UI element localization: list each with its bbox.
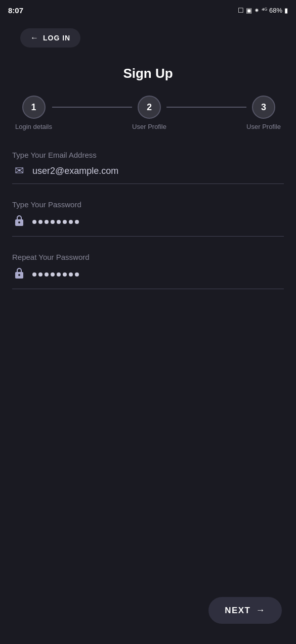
step-3-label: User Profile: [246, 123, 281, 130]
next-arrow-icon: →: [256, 605, 266, 616]
password-section: Type Your Password: [0, 200, 296, 237]
email-value[interactable]: user2@example.com: [32, 166, 284, 176]
step-2-label: User Profile: [132, 123, 166, 130]
status-time: 8:07: [8, 6, 23, 15]
signal-icon: ⁴ᴳ: [262, 7, 267, 14]
password-value[interactable]: [32, 220, 79, 224]
svg-point-1: [18, 221, 20, 223]
step-line-2: [166, 107, 246, 108]
back-to-login-button[interactable]: ← LOG IN: [20, 28, 80, 48]
back-arrow-icon: ←: [30, 33, 39, 42]
battery-icon: ▮: [284, 7, 288, 14]
repeat-password-lock-icon: [12, 266, 26, 283]
step-line-1: [52, 107, 132, 108]
step-2-circle: 2: [138, 96, 161, 119]
next-button[interactable]: NEXT →: [208, 597, 282, 624]
page-title: Sign Up: [0, 66, 296, 81]
password-label: Type Your Password: [12, 200, 284, 209]
step-1-circle: 1: [22, 96, 46, 119]
email-icon: ✉: [12, 164, 26, 177]
email-label: Type Your Email Address: [12, 151, 284, 159]
repeat-password-input-row[interactable]: [12, 266, 284, 289]
repeat-password-value[interactable]: [32, 272, 79, 277]
status-bar: 8:07 ☐ ▣ ⁕ ⁴ᴳ 68% ▮: [0, 0, 296, 18]
email-input-row[interactable]: ✉ user2@example.com: [12, 164, 284, 184]
password-input-row[interactable]: [12, 214, 284, 237]
bluetooth-icon: ⁕: [254, 7, 260, 14]
nfc-icon: ☐: [238, 7, 244, 14]
step-3: 3 User Profile: [246, 96, 281, 130]
email-section: Type Your Email Address ✉ user2@example.…: [0, 151, 296, 184]
repeat-password-section: Repeat Your Password: [0, 253, 296, 289]
svg-point-3: [18, 274, 20, 276]
cast-icon: ▣: [246, 7, 252, 14]
step-3-circle: 3: [252, 96, 275, 119]
back-button-label: LOG IN: [43, 34, 70, 42]
status-icons: ☐ ▣ ⁕ ⁴ᴳ 68% ▮: [238, 7, 288, 14]
repeat-password-label: Repeat Your Password: [12, 253, 284, 261]
next-button-label: NEXT: [225, 606, 250, 616]
stepper: 1 Login details 2 User Profile 3 User Pr…: [0, 96, 296, 130]
step-1: 1 Login details: [15, 96, 52, 130]
password-lock-icon: [12, 214, 26, 230]
battery-percentage: 68%: [269, 7, 282, 14]
next-button-area: NEXT →: [208, 597, 282, 624]
step-2: 2 User Profile: [132, 96, 166, 130]
step-1-label: Login details: [15, 123, 52, 130]
